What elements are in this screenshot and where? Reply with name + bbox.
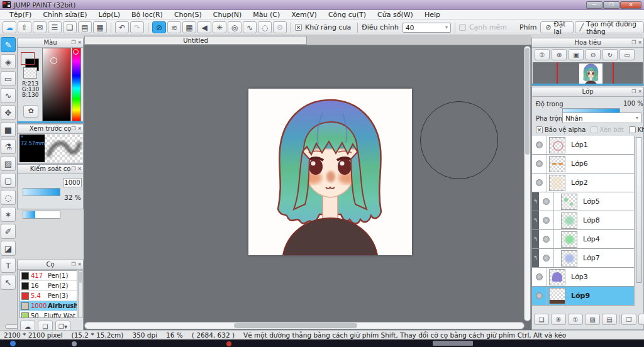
move-tool[interactable]: ✥	[1, 105, 16, 120]
close-icon[interactable]: ✕	[638, 87, 642, 96]
reset-view-button[interactable]: ▭	[619, 49, 635, 60]
eraser-tool[interactable]: ◈	[1, 54, 16, 69]
brush-row-Pen(1)[interactable]: 417Pen(1)	[20, 271, 77, 281]
alpha-protect-checkbox[interactable]	[536, 126, 543, 133]
layer-list-scrollbar[interactable]	[634, 136, 643, 306]
gradient-tool[interactable]: ▨	[1, 156, 16, 171]
merge-layer-button[interactable]: ⇩	[638, 314, 644, 325]
operate-tool[interactable]: ↖	[1, 275, 16, 290]
adjust-dropdown[interactable]: 40 ▾	[402, 23, 451, 33]
menu-item-5[interactable]: Chụp(N)	[208, 10, 247, 20]
add-layer-button[interactable]: ❏	[534, 314, 549, 325]
saturation-value-picker[interactable]	[42, 48, 71, 121]
transparent-color-swatch[interactable]	[23, 67, 37, 79]
pixel-edit-button[interactable]: ▦	[93, 21, 107, 33]
snap-curve-tool[interactable]: ∿	[1, 88, 16, 103]
layer-visibility-toggle[interactable]	[543, 255, 550, 262]
ruler-off-button[interactable]: ⊘	[152, 21, 166, 33]
duplicate-layer-button[interactable]: ❐	[621, 314, 636, 325]
brush-row-Pen(2)[interactable]: 16Pen(2)	[20, 281, 77, 291]
foreground-color-swatch[interactable]	[21, 52, 35, 65]
popout-icon[interactable]: ❐	[71, 260, 75, 269]
create-line-button[interactable]: ╱ Tạo một đường thẳng	[575, 21, 644, 33]
lasso-tool[interactable]: ◌	[1, 190, 16, 205]
material-panel-button[interactable]: ▤	[78, 21, 92, 33]
export-button[interactable]: ⇧	[18, 21, 31, 33]
hue-picker-ring[interactable]	[73, 49, 79, 55]
popout-icon[interactable]: ❐	[631, 38, 636, 47]
select-rect-tool[interactable]: ▢	[1, 173, 16, 188]
brush-row-Airbrush[interactable]: 1000Airbrush	[20, 301, 77, 311]
layer-row-Lớp9[interactable]: Lớp9	[532, 287, 634, 306]
comment-button[interactable]: ✉	[33, 21, 47, 33]
grid-ruler-button[interactable]: ▦	[182, 21, 196, 33]
brush-size-slider[interactable]	[23, 188, 60, 196]
fill-rect-tool[interactable]: ■	[1, 122, 16, 137]
select-eraser-tool[interactable]: ◪	[1, 241, 16, 256]
menu-item-2[interactable]: Lớp(L)	[93, 10, 126, 20]
close-icon[interactable]: ✕	[77, 124, 82, 133]
menu-item-6[interactable]: Màu (C)	[247, 10, 286, 20]
reset-button[interactable]: ⊘ Đặt lại	[540, 21, 573, 33]
menu-item-8[interactable]: Công cụ(T)	[323, 10, 372, 20]
layer-visibility-toggle[interactable]	[536, 292, 543, 299]
hue-bar[interactable]	[72, 48, 81, 121]
zoom-actual-button[interactable]: ①	[535, 49, 550, 60]
menu-item-7[interactable]: Xem(V)	[286, 10, 323, 20]
add-8bit-layer-button[interactable]: ⑧	[551, 314, 566, 325]
layer-visibility-toggle[interactable]	[536, 179, 543, 186]
layer-visibility-toggle[interactable]	[536, 141, 543, 148]
popout-icon[interactable]: ❐	[631, 87, 636, 96]
bucket-tool[interactable]: ⚗	[1, 139, 16, 154]
layer-visibility-toggle[interactable]	[536, 273, 543, 280]
canvas-hscrollbar[interactable]	[84, 322, 525, 329]
brush-row-Pen(3)[interactable]: 5.4Pen(3)	[20, 291, 77, 301]
select-pen-tool[interactable]: ✐	[1, 224, 16, 239]
close-icon[interactable]: ✕	[77, 38, 82, 47]
close-button[interactable]: ✕	[620, 1, 641, 9]
radial-ruler-button[interactable]: ✳	[213, 21, 226, 33]
close-icon[interactable]: ✕	[77, 165, 82, 174]
menu-item-9[interactable]: Cửa sổ(W)	[372, 10, 419, 20]
popout-icon[interactable]: ❐	[71, 38, 75, 47]
zoom-out-button[interactable]: ⊖	[586, 49, 601, 60]
layer-visibility-toggle[interactable]	[543, 217, 550, 224]
document-button[interactable]: ❏	[63, 21, 77, 33]
popout-icon[interactable]: ❐	[71, 124, 75, 133]
layer-visibility-toggle[interactable]	[536, 160, 543, 167]
canvas[interactable]	[248, 89, 412, 255]
add-folder-button[interactable]: ▤	[602, 314, 617, 325]
add-tone-layer-button[interactable]: ▨	[585, 314, 600, 325]
cloud-sync-button[interactable]: ☁	[3, 21, 16, 33]
document-tab[interactable]: Untitled	[84, 36, 307, 45]
close-icon[interactable]: ✕	[77, 260, 82, 269]
layer-row-Lớp7[interactable]: ↰Lớp7	[532, 249, 634, 268]
brush-opacity-slider[interactable]	[23, 211, 60, 219]
vanishing-ruler-button[interactable]: ◀	[197, 21, 211, 33]
layer-visibility-toggle[interactable]	[543, 236, 550, 243]
sv-picker-ring[interactable]	[50, 57, 57, 64]
layer-row-Lớp2[interactable]: Lớp2	[532, 174, 634, 192]
menu-item-4[interactable]: Chọn(S)	[169, 10, 208, 20]
minimize-button[interactable]: —	[586, 1, 602, 9]
menu-item-1[interactable]: Chỉnh sửa(E)	[37, 10, 92, 20]
navigator-view[interactable]	[533, 62, 643, 85]
antialias-checkbox[interactable]	[295, 24, 302, 31]
palette-button[interactable]: ✿	[23, 105, 38, 118]
magic-wand-tool[interactable]: ✶	[1, 207, 16, 222]
popout-icon[interactable]: ❐	[71, 165, 75, 174]
restore-button[interactable]: ❐	[603, 1, 619, 9]
layer-row-Lớp6[interactable]: Lớp6	[532, 155, 634, 174]
concentric-ruler-button[interactable]: ◎	[228, 21, 242, 33]
fit-screen-button[interactable]: ▣	[569, 49, 584, 60]
layer-row-Lớp3[interactable]: Lớp3	[532, 268, 634, 287]
menu-item-3[interactable]: Bộ lọc(R)	[126, 10, 169, 20]
brush-list-scrollbar[interactable]	[78, 270, 83, 318]
taskbar-start-orb[interactable]	[10, 341, 16, 346]
brush-size-value[interactable]: 1000	[63, 178, 82, 187]
lock-checkbox[interactable]	[629, 126, 636, 133]
taskbar-icon[interactable]	[72, 341, 77, 346]
zoom-in-button[interactable]: ⊕	[552, 49, 567, 60]
parallel-ruler-button[interactable]: ≋	[167, 21, 181, 33]
undo-button[interactable]: ↶	[115, 21, 129, 33]
